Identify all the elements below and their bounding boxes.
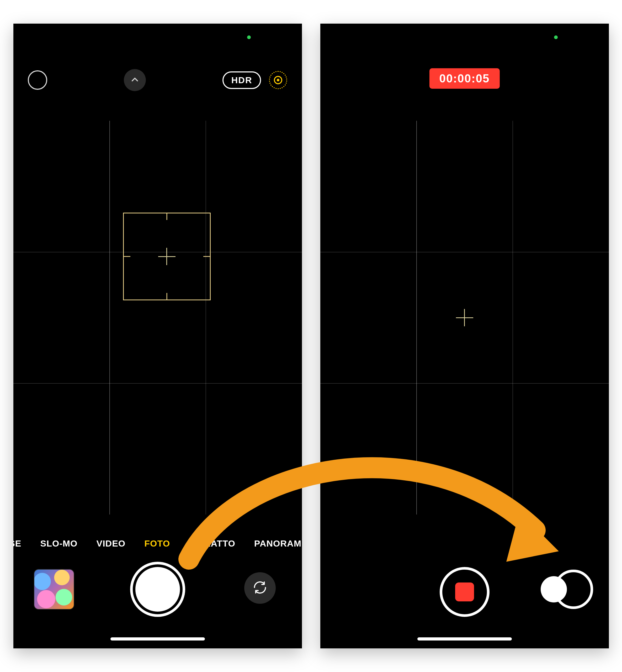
camera-bottom-controls — [320, 559, 609, 617]
grid-line — [320, 383, 609, 384]
grid-line — [416, 121, 417, 514]
live-photo-toggle-button[interactable] — [269, 71, 287, 89]
mode-option[interactable]: PANORAMICA — [254, 538, 302, 549]
stop-icon — [455, 582, 474, 601]
grid-line — [13, 383, 302, 384]
mode-option[interactable]: SLO-MO — [40, 538, 77, 549]
stop-recording-button[interactable] — [440, 567, 489, 617]
hdr-label: HDR — [231, 75, 252, 85]
camera-app-photo-mode: HDR PSE SLO-MO VIDEO — [13, 24, 302, 648]
shutter-button[interactable] — [130, 562, 185, 617]
grid-line — [109, 121, 110, 514]
camera-in-use-indicator-icon — [247, 35, 251, 39]
grid-line — [206, 121, 206, 514]
camera-options-expand-button[interactable] — [124, 69, 146, 91]
mode-option[interactable]: RITRATTO — [189, 538, 235, 549]
mode-option-active[interactable]: FOTO — [144, 538, 170, 549]
mode-option[interactable]: PSE — [13, 538, 22, 549]
grid-line — [320, 252, 609, 253]
flip-camera-button[interactable] — [244, 572, 276, 604]
grid-line — [513, 121, 513, 514]
top-right-cluster: HDR — [222, 71, 287, 89]
camera-viewfinder[interactable] — [320, 121, 609, 514]
recording-timer: 00:00:05 — [429, 68, 499, 89]
mode-option[interactable]: VIDEO — [96, 538, 126, 549]
hdr-toggle-button[interactable]: HDR — [222, 71, 261, 89]
camera-in-use-indicator-icon — [554, 35, 558, 39]
live-photo-icon — [274, 76, 282, 84]
chevron-up-icon — [130, 74, 140, 86]
flip-camera-icon — [253, 580, 267, 596]
camera-viewfinder[interactable] — [13, 121, 302, 514]
home-indicator[interactable] — [110, 637, 205, 640]
shutter-lock-target[interactable] — [541, 570, 593, 609]
last-photo-thumbnail[interactable] — [34, 570, 74, 609]
screenshot-pair: HDR PSE SLO-MO VIDEO — [13, 24, 609, 648]
shutter-icon — [135, 567, 180, 612]
shutter-drag-handle-icon — [541, 576, 567, 602]
autofocus-rectangle[interactable] — [123, 213, 211, 300]
camera-mode-selector[interactable]: PSE SLO-MO VIDEO FOTO RITRATTO PANORAMIC… — [13, 538, 302, 549]
recording-timer-value: 00:00:05 — [439, 72, 489, 85]
flash-toggle-button[interactable] — [28, 70, 47, 90]
home-indicator[interactable] — [417, 637, 512, 640]
camera-app-quicktake-recording: 00:00:05 — [320, 24, 609, 648]
camera-top-controls: HDR — [13, 64, 302, 96]
camera-bottom-controls — [13, 559, 302, 617]
